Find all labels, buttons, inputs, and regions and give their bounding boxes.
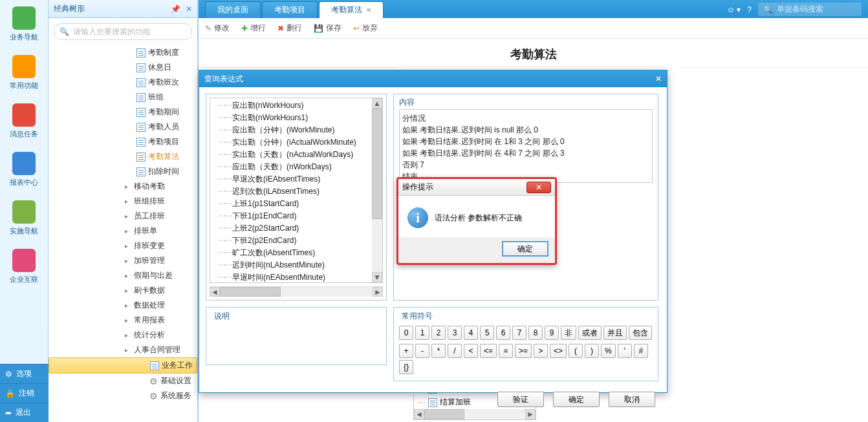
symbol-button[interactable]: > xyxy=(534,344,548,358)
tab[interactable]: 考勤算法✕ xyxy=(319,1,384,18)
expr-tree-item[interactable]: 上班2(p2StartCard) xyxy=(218,222,382,235)
tree-leaf[interactable]: 休息日 xyxy=(49,60,197,75)
scroll-thumb[interactable] xyxy=(220,287,281,297)
nav-footer-gear[interactable]: ⚙选项 xyxy=(0,364,49,383)
scroll-down-arrow[interactable]: ▼ xyxy=(372,272,382,282)
scrollbar-horizontal[interactable]: ◄ ► xyxy=(210,286,383,297)
nav-item-4[interactable]: 实施导航 xyxy=(0,194,48,242)
tree-leaf[interactable]: 考勤人员 xyxy=(49,120,197,134)
tree-leaf[interactable]: 考勤班次 xyxy=(49,75,197,90)
nav-footer-exit[interactable]: ➦退出 xyxy=(0,403,49,422)
scroll-right-arrow[interactable]: ► xyxy=(373,287,383,297)
tree-branch[interactable]: ▸加班管理 xyxy=(49,253,197,268)
tab[interactable]: 考勤项目 xyxy=(262,1,318,18)
expr-tree-item[interactable]: 迟到时间(nLAbsentMinute) xyxy=(218,259,382,271)
symbol-button[interactable]: / xyxy=(448,344,462,358)
expr-tree-item[interactable]: 下班1(p1EndCard) xyxy=(218,210,382,222)
tree-branch[interactable]: ▸排班单 xyxy=(49,224,197,238)
tree-branch[interactable]: ▸移动考勤 xyxy=(49,179,197,194)
expr-tree-item[interactable]: 实出勤（分钟）(iActualWorkMinute) xyxy=(218,136,382,149)
dialog-确定-button[interactable]: 确定 xyxy=(553,392,600,407)
symbol-button[interactable]: 8 xyxy=(528,326,543,340)
symbol-button[interactable]: 非 xyxy=(561,326,576,340)
expr-tree-item[interactable]: 应出勤(nWorkHours) xyxy=(218,100,382,112)
dialog-验证-button[interactable]: 验证 xyxy=(497,392,544,407)
tree-sub-item[interactable]: 业务工作 xyxy=(49,357,197,374)
expr-tree-item[interactable]: 实出勤（天数）(nActualWorkDays) xyxy=(218,149,382,161)
symbol-button[interactable]: 3 xyxy=(448,326,462,340)
symbol-button[interactable]: 0 xyxy=(399,326,413,340)
symbol-button[interactable]: >= xyxy=(515,344,532,358)
scroll-thumb-v[interactable] xyxy=(372,109,382,219)
tree-branch[interactable]: ▸班组排班 xyxy=(49,194,197,209)
symbol-button[interactable]: 1 xyxy=(415,326,429,340)
dialog-close-icon[interactable]: ✕ xyxy=(655,74,662,83)
tree-branch[interactable]: ▸统计分析 xyxy=(49,328,197,343)
tree-branch[interactable]: ▸假期与出差 xyxy=(49,268,197,283)
tree-search[interactable]: 🔍 请输入您要搜索的功能 xyxy=(54,23,192,40)
expr-tree-item[interactable]: 实出勤(nWorkHours1) xyxy=(218,112,382,124)
expr-tree-item[interactable]: 迟到次数(iLAbsentTimes) xyxy=(218,185,382,198)
tree-leaf[interactable]: 考勤期间 xyxy=(49,105,197,120)
symbol-button[interactable]: {} xyxy=(399,360,413,374)
pin-icon[interactable]: 📌 xyxy=(171,5,180,14)
tree-branch[interactable]: ▸常用报表 xyxy=(49,313,197,328)
nav-item-0[interactable]: 业务导航 xyxy=(0,0,48,48)
symbol-button[interactable]: 5 xyxy=(480,326,494,340)
tree-branch[interactable]: ▸员工排班 xyxy=(49,209,197,224)
toolbar-放弃[interactable]: ↩放弃 xyxy=(353,23,378,34)
tree-branch[interactable]: ▸数据处理 xyxy=(49,298,197,313)
symbol-button[interactable]: <= xyxy=(480,344,497,358)
global-search[interactable]: 🔍 单据条码搜索 xyxy=(758,3,862,16)
smiley-icon[interactable]: ☺ ▾ xyxy=(727,5,741,14)
tree-sub-item[interactable]: 系统服务 xyxy=(49,388,197,403)
tree-leaf[interactable]: 考勤算法 xyxy=(49,149,197,164)
symbol-button[interactable]: 7 xyxy=(512,326,526,340)
nav-item-1[interactable]: 常用功能 xyxy=(0,48,48,97)
nav-item-5[interactable]: 企业互联 xyxy=(0,242,48,291)
symbol-button[interactable]: <> xyxy=(550,344,567,358)
nav-footer-lock[interactable]: 🔒注销 xyxy=(0,383,49,403)
toolbar-增行[interactable]: ✚增行 xyxy=(241,23,266,34)
help-icon[interactable]: ? xyxy=(747,5,752,14)
tree-branch[interactable]: ▸刷卡数据 xyxy=(49,283,197,298)
tree-leaf[interactable]: 考勤项目 xyxy=(49,134,197,149)
alert-ok-button[interactable]: 确定 xyxy=(502,241,548,257)
tree-branch[interactable]: ▸排班变更 xyxy=(49,238,197,253)
dialog-取消-button[interactable]: 取消 xyxy=(609,392,655,407)
alert-close-button[interactable]: ✕ xyxy=(526,182,551,193)
symbol-button[interactable]: 4 xyxy=(464,326,478,340)
close-icon[interactable]: ✕ xyxy=(366,6,371,14)
symbol-button[interactable]: 并且 xyxy=(603,326,627,340)
expr-tree-item[interactable]: 早退时间(nEAbsentMinute) xyxy=(218,271,382,283)
symbol-button[interactable]: % xyxy=(601,344,616,358)
scroll-up-arrow[interactable]: ▲ xyxy=(372,98,382,109)
tree-sub-item[interactable]: 基础设置 xyxy=(49,374,197,388)
tree-branch[interactable]: ▸人事合同管理 xyxy=(49,343,197,357)
symbol-button[interactable]: ) xyxy=(585,344,599,358)
toolbar-保存[interactable]: 💾保存 xyxy=(314,23,342,34)
toolbar-删行[interactable]: ✖删行 xyxy=(277,23,302,34)
expr-tree-item[interactable]: 旷工次数(iAbsentTimes) xyxy=(218,247,382,259)
tree-leaf[interactable]: 扣除时间 xyxy=(49,164,197,179)
expr-tree-item[interactable]: 上班1(p1StartCard) xyxy=(218,198,382,210)
nav-item-3[interactable]: 报表中心 xyxy=(0,145,48,194)
symbol-button[interactable]: 9 xyxy=(545,326,559,340)
symbol-button[interactable]: # xyxy=(634,344,648,358)
symbol-button[interactable]: + xyxy=(399,344,413,358)
symbol-button[interactable]: 2 xyxy=(431,326,446,340)
close-icon[interactable]: ✕ xyxy=(186,5,192,14)
scrollbar-vertical[interactable]: ▲ ▼ xyxy=(372,98,382,282)
expr-tree-item[interactable]: 应出勤（天数）(nWorkDays) xyxy=(218,161,382,173)
scroll-left-arrow[interactable]: ◄ xyxy=(210,287,220,297)
tree-leaf[interactable]: 考勤制度 xyxy=(49,45,197,60)
symbol-button[interactable]: 包含 xyxy=(629,326,652,340)
toolbar-修改[interactable]: ✎修改 xyxy=(205,23,230,34)
tree-leaf[interactable]: 班组 xyxy=(49,90,197,105)
tab[interactable]: 我的桌面 xyxy=(205,1,261,18)
symbol-button[interactable]: = xyxy=(499,344,513,358)
content-textarea[interactable]: 分情况 如果 考勤日结果.迟到时间 is null 那么 0 如果 考勤日结果.… xyxy=(399,109,653,183)
expr-tree-item[interactable]: 早退次数(iEAbsentTimes) xyxy=(218,173,382,185)
symbol-button[interactable]: ( xyxy=(569,344,583,358)
symbol-button[interactable]: - xyxy=(415,344,429,358)
